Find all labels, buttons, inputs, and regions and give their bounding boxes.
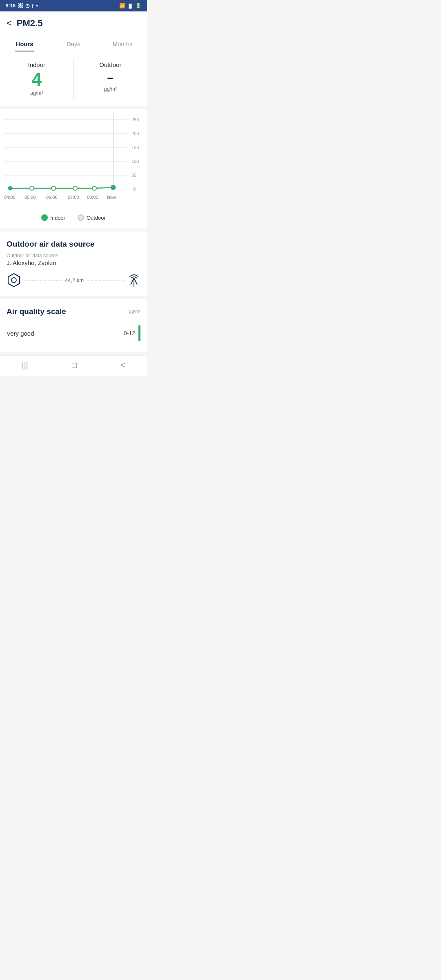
nav-home-icon[interactable]: □: [72, 361, 77, 370]
x-label-0500: 05:00: [24, 195, 36, 200]
indoor-unit: μg/m³: [3, 90, 70, 96]
legend-outdoor-dot: [78, 214, 84, 221]
aq-unit: μg/m³: [129, 309, 140, 314]
header: < PM2.5: [0, 11, 147, 33]
y-label-150: 150: [131, 145, 139, 150]
x-label-0700: 07:00: [68, 195, 79, 200]
status-bar: 9:18 🖼 ◷ f • 📶 ▐▌ 🔋: [0, 0, 147, 11]
chart-container: 250 200 150 100 50 0: [4, 113, 143, 211]
y-label-50: 50: [131, 173, 136, 178]
y-label-250: 250: [131, 117, 139, 122]
legend-indoor-dot: [41, 214, 48, 221]
y-label-0: 0: [133, 187, 136, 192]
y-label-100: 100: [131, 159, 139, 164]
values-section: Indoor 4 μg/m³ Outdoor – μg/m³: [0, 51, 147, 106]
outdoor-unit: μg/m³: [77, 86, 144, 92]
source-name: J. Alexyho, Zvolen: [7, 259, 140, 266]
chart-dot-indoor-4: [92, 186, 96, 190]
distance-row: 44,2 km: [7, 273, 140, 287]
facebook-icon: f: [32, 3, 33, 9]
chart-svg: 250 200 150 100 50 0: [4, 113, 143, 211]
chart-dot-indoor-3: [73, 186, 77, 190]
indoor-label: Indoor: [3, 61, 70, 68]
legend-outdoor: Outdoor: [78, 214, 106, 221]
outdoor-label: Outdoor: [77, 61, 144, 68]
svg-line-11: [134, 278, 137, 285]
back-button[interactable]: <: [7, 18, 12, 29]
device-icon: [7, 273, 21, 287]
battery-icon: 🔋: [135, 3, 141, 9]
wifi-icon: 📶: [119, 3, 125, 9]
data-source-section: Outdoor air data source Outdoor air data…: [0, 232, 147, 296]
source-label: Outdoor air data source: [7, 253, 140, 258]
chart-section: 250 200 150 100 50 0: [0, 109, 147, 228]
tab-days[interactable]: Days: [49, 37, 98, 51]
svg-marker-7: [8, 274, 20, 287]
status-left: 9:18 🖼 ◷ f •: [6, 3, 38, 9]
chart-dot-indoor-0: [8, 186, 12, 190]
nav-back-icon[interactable]: <: [120, 361, 125, 370]
legend-indoor-label: Indoor: [50, 215, 65, 221]
indoor-line: [10, 187, 113, 188]
chart-dot-indoor-1: [30, 186, 34, 190]
page-title: PM2.5: [17, 18, 43, 29]
chart-dot-indoor-2: [51, 186, 56, 190]
aq-bar-container: 0-12: [124, 325, 140, 341]
aq-range: 0-12: [124, 330, 135, 336]
x-label-0600: 06:00: [46, 195, 58, 200]
status-time: 9:18: [6, 3, 16, 9]
chart-dot-indoor-5: [111, 185, 116, 190]
antenna-icon: [127, 273, 140, 287]
aq-row-verygood: Very good 0-12: [7, 323, 140, 344]
aq-bar-verygood: [138, 325, 140, 341]
dot-icon: •: [36, 3, 38, 9]
signal-icon: ▐▌: [127, 4, 133, 8]
x-label-now: Now: [107, 195, 116, 200]
x-label-0400: 04:00: [4, 195, 16, 200]
photo-icon: 🖼: [18, 3, 23, 9]
legend-outdoor-label: Outdoor: [87, 215, 106, 221]
alarm-icon: ◷: [25, 3, 29, 9]
legend: Indoor Outdoor: [4, 211, 143, 223]
aq-title: Air quality scale: [7, 307, 66, 316]
tabs-container: Hours Days Months: [0, 33, 147, 51]
tab-months[interactable]: Months: [98, 37, 147, 51]
tab-hours[interactable]: Hours: [0, 37, 49, 51]
dotted-line-right: [87, 280, 124, 281]
outdoor-value-col: Outdoor – μg/m³: [74, 58, 147, 99]
svg-point-8: [11, 278, 16, 283]
aq-quality-label: Very good: [7, 330, 34, 337]
nav-bar: ||| □ <: [0, 355, 147, 376]
air-quality-section: Air quality scale μg/m³ Very good 0-12: [0, 299, 147, 352]
nav-menu-icon[interactable]: |||: [22, 361, 28, 370]
status-right: 📶 ▐▌ 🔋: [119, 3, 141, 9]
data-source-title: Outdoor air data source: [7, 240, 140, 249]
distance-label: 44,2 km: [65, 277, 84, 283]
svg-line-10: [131, 278, 134, 285]
y-label-200: 200: [131, 131, 139, 136]
indoor-value: 4: [3, 71, 70, 89]
dotted-line-left: [24, 280, 62, 281]
indoor-value-col: Indoor 4 μg/m³: [0, 58, 74, 99]
aq-header: Air quality scale μg/m³: [7, 307, 140, 316]
outdoor-value: –: [77, 71, 144, 85]
x-label-0800: 08:00: [87, 195, 98, 200]
legend-indoor: Indoor: [41, 214, 65, 221]
